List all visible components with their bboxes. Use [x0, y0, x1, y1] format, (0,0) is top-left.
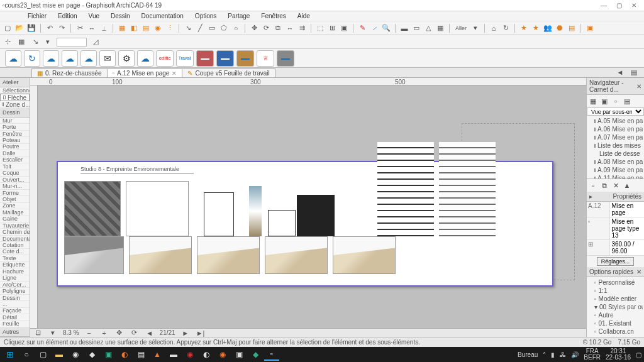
tool-wall[interactable]: Mur	[0, 118, 30, 124]
tool-text[interactable]: Texte	[0, 255, 30, 261]
measure-icon[interactable]: ⟂	[99, 23, 109, 33]
tool-select[interactable]: Sélectionner	[0, 87, 30, 94]
archicad-task[interactable]: ▫	[264, 348, 279, 361]
open-icon[interactable]: 📂	[14, 23, 25, 33]
layout-canvas[interactable]: Studio 8 - Empreinte Environnementale	[38, 85, 586, 328]
tool-opening[interactable]: Ouvert...	[0, 177, 30, 183]
app-icon[interactable]: ◆	[84, 348, 99, 361]
start-button[interactable]: ⊞	[3, 348, 18, 361]
rect-icon[interactable]: ▭	[207, 23, 217, 33]
drawing-plan3[interactable]	[197, 236, 260, 274]
tab-layout[interactable]: ▫A.12 Mise en page✕	[107, 69, 183, 77]
close-button[interactable]: ✕	[626, 1, 641, 10]
qo-item[interactable]: ▫ Autre	[588, 311, 643, 319]
drawing-plan5[interactable]	[333, 236, 396, 274]
drawing-blank[interactable]	[126, 181, 189, 236]
refresh-icon[interactable]: ↻	[501, 23, 511, 33]
goto-dropdown-icon[interactable]: ▾	[470, 23, 480, 33]
tool-marquee[interactable]: Zone d...	[0, 101, 30, 108]
layout-sheet[interactable]: Studio 8 - Empreinte Environnementale	[57, 161, 553, 287]
nav-layout-icon[interactable]: ▫	[611, 96, 621, 106]
drawing-section1[interactable]	[194, 192, 244, 236]
tab-worksheet[interactable]: ✎Coupe v5 Feuille de travail	[182, 69, 275, 77]
tabs-back-icon[interactable]: ◄	[615, 67, 625, 77]
navigator-header[interactable]: Navigateur - Carnet d...✕	[587, 78, 644, 95]
app10-icon[interactable]: ◆	[248, 348, 263, 361]
book-icon[interactable]: ▤	[567, 23, 577, 33]
nav-project-icon[interactable]: ▦	[588, 96, 598, 106]
partner-7[interactable]: ▬▬	[277, 50, 294, 67]
view-3d-icon[interactable]: ⬚	[315, 23, 325, 33]
partner-6[interactable]: ♕	[257, 50, 274, 67]
section-icon[interactable]: ⊞	[327, 23, 337, 33]
app9-icon[interactable]: ▣	[231, 348, 247, 361]
menu-edit[interactable]: Edition	[53, 11, 82, 21]
undo-icon[interactable]: ↶	[45, 23, 55, 33]
tool-gaine[interactable]: Gaine	[0, 216, 30, 222]
qo-item[interactable]: ▫ Collabora.cn	[588, 327, 643, 336]
menu-options[interactable]: Options	[190, 11, 221, 21]
partner-3[interactable]: ▬▬	[196, 50, 214, 67]
drawing-elevation[interactable]	[267, 192, 336, 236]
nav-up-icon[interactable]: ▲	[622, 180, 632, 190]
tool-door[interactable]: Porte	[0, 124, 30, 130]
menu-help[interactable]: Aide	[292, 11, 315, 21]
tool-label[interactable]: Etiquette	[0, 262, 30, 268]
cut-icon[interactable]: ✂	[75, 23, 85, 33]
taskview-icon[interactable]: ▢	[35, 348, 50, 361]
tool-roof[interactable]: Toit	[0, 163, 30, 170]
tray-battery-icon[interactable]: ▮	[551, 351, 555, 358]
tab-floorplan[interactable]: ▦0. Rez-de-chaussée	[31, 69, 108, 77]
menu-windows[interactable]: Fenêtres	[256, 11, 291, 21]
tool-curtain[interactable]: Mur-ri...	[0, 183, 30, 189]
tag-icon[interactable]: ⬣	[555, 23, 565, 33]
autres-header[interactable]: Autres	[0, 327, 30, 337]
arrow-icon[interactable]: ↘	[183, 23, 193, 33]
tool-shell[interactable]: Coque	[0, 170, 30, 177]
mail-icon[interactable]: ✉	[99, 50, 116, 67]
tray-net-icon[interactable]: 🖧	[560, 351, 566, 358]
search-icon[interactable]: ○	[19, 348, 34, 361]
menu-file[interactable]: Fichier	[23, 11, 52, 21]
wall-icon[interactable]: ▬	[399, 23, 409, 33]
gear-icon[interactable]: ⚙	[118, 50, 135, 67]
menu-draw[interactable]: Dessin	[106, 11, 135, 21]
quick-opts-header[interactable]: Options rapides✕	[587, 267, 644, 277]
find-icon[interactable]: 🔍	[381, 23, 391, 33]
cloud-up-icon[interactable]: ☁	[43, 50, 59, 67]
slab-icon[interactable]: ▭	[411, 23, 421, 33]
tool-object[interactable]: Objet	[0, 196, 30, 202]
drawing-photo[interactable]	[249, 186, 262, 236]
poly-icon[interactable]: ⬠	[219, 23, 229, 33]
app5-icon[interactable]: ▬	[166, 348, 181, 361]
eyedrop-icon[interactable]: ⟋	[369, 23, 379, 33]
line-icon[interactable]: ╱	[195, 23, 205, 33]
new-icon[interactable]: ▢	[3, 23, 13, 33]
move-icon[interactable]: ✥	[249, 23, 259, 33]
explorer-icon[interactable]: ▬	[52, 348, 67, 361]
grid-snap-icon[interactable]: ▦	[16, 37, 26, 47]
tray-date[interactable]: 22-03-16	[606, 354, 631, 361]
nav-item[interactable]: A.06 Mise en page	[588, 125, 643, 133]
nav-new-icon[interactable]: ▫	[588, 180, 598, 190]
drawing-siteplan[interactable]	[64, 181, 121, 236]
qo-item[interactable]: ▫ 1:1	[588, 287, 643, 295]
tool-arc[interactable]: Arc/Cer...	[0, 282, 30, 288]
tool-column[interactable]: Poteau	[0, 137, 30, 143]
menu-doc[interactable]: Documentation	[136, 11, 189, 21]
qo-item[interactable]: ▫ 01. Existant	[588, 319, 643, 327]
tray-desktop[interactable]: Bureau	[518, 351, 538, 358]
tool-zone[interactable]: Zone	[0, 203, 30, 209]
tool-detail[interactable]: Détail	[0, 314, 30, 321]
star2-icon[interactable]: ★	[531, 23, 541, 33]
tool-morph[interactable]: Forme	[0, 190, 30, 196]
nav-view-icon[interactable]: ▣	[599, 96, 609, 106]
save-icon[interactable]: 💾	[26, 23, 36, 33]
people-icon[interactable]: 👥	[543, 23, 553, 33]
cloud-group-icon[interactable]: ☁	[80, 50, 97, 67]
nav-item[interactable]: A.09 Mise en page	[588, 166, 643, 174]
partner-travail[interactable]: Travail	[176, 50, 194, 67]
tool-polyline[interactable]: Polyligne	[0, 288, 30, 294]
tool-beam[interactable]: Poutre	[0, 144, 30, 150]
app4-icon[interactable]: ▤	[133, 348, 148, 361]
